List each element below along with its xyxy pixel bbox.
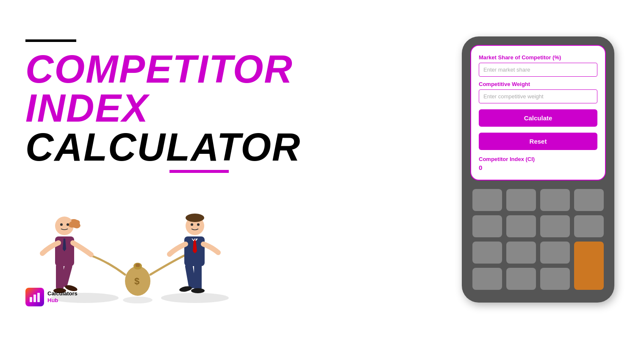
key-13[interactable] (506, 268, 536, 290)
logo-area: Calculators Hub (25, 288, 78, 306)
key-9[interactable] (472, 242, 502, 264)
svg-text:$: $ (134, 276, 139, 286)
svg-point-23 (191, 288, 205, 293)
title-line1: COMPETITOR (25, 50, 458, 89)
svg-rect-26 (30, 297, 32, 302)
calculator-section: Market Share of Competitor (%) Competiti… (458, 36, 619, 303)
svg-point-19 (186, 214, 204, 222)
key-11[interactable] (540, 242, 570, 264)
main-title: COMPETITOR INDEX CALCULATOR (25, 50, 458, 167)
key-2[interactable] (506, 189, 536, 211)
logo-brand-bottom: Hub (47, 297, 78, 304)
svg-rect-21 (194, 264, 202, 290)
svg-point-16 (67, 223, 69, 226)
competitive-weight-input[interactable] (479, 89, 597, 103)
competitive-weight-label: Competitive Weight (479, 81, 597, 87)
key-14[interactable] (540, 268, 570, 290)
svg-rect-27 (33, 295, 36, 302)
key-8[interactable] (574, 215, 604, 237)
key-10[interactable] (506, 242, 536, 264)
svg-point-2 (123, 297, 153, 303)
svg-rect-28 (37, 293, 40, 302)
svg-point-24 (191, 223, 193, 226)
calculate-button[interactable]: Calculate (479, 109, 597, 127)
purple-underline-decoration (169, 170, 229, 173)
reset-button[interactable]: Reset (479, 133, 597, 150)
logo-text: Calculators Hub (47, 290, 78, 303)
logo-icon (25, 288, 44, 306)
title-line2: INDEX (25, 89, 458, 128)
key-1[interactable] (472, 189, 502, 211)
calculator-keypad (470, 189, 606, 290)
svg-point-15 (60, 223, 63, 226)
result-value: 0 (479, 164, 597, 171)
tug-of-war-illustration: $ (25, 177, 263, 304)
left-section: COMPETITOR INDEX CALCULATOR $ (25, 31, 458, 308)
key-7[interactable] (540, 215, 570, 237)
key-4[interactable] (574, 189, 604, 211)
logo-brand-top: Calculators (47, 290, 78, 297)
market-share-input[interactable] (479, 63, 597, 77)
calculator-body: Market Share of Competitor (%) Competiti… (462, 36, 614, 303)
svg-rect-7 (136, 264, 140, 267)
market-share-label: Market Share of Competitor (%) (479, 54, 597, 61)
key-5[interactable] (472, 215, 502, 237)
calculator-screen: Market Share of Competitor (%) Competiti… (470, 45, 606, 181)
result-label: Competitor Index (CI) (479, 156, 597, 162)
key-3[interactable] (540, 189, 570, 211)
key-12[interactable] (472, 268, 502, 290)
svg-point-1 (161, 293, 229, 303)
key-orange-tall[interactable] (574, 242, 604, 290)
title-line3: CALCULATOR (25, 128, 458, 167)
key-6[interactable] (506, 215, 536, 237)
title-decoration-bar (25, 39, 76, 42)
svg-point-25 (197, 223, 200, 226)
